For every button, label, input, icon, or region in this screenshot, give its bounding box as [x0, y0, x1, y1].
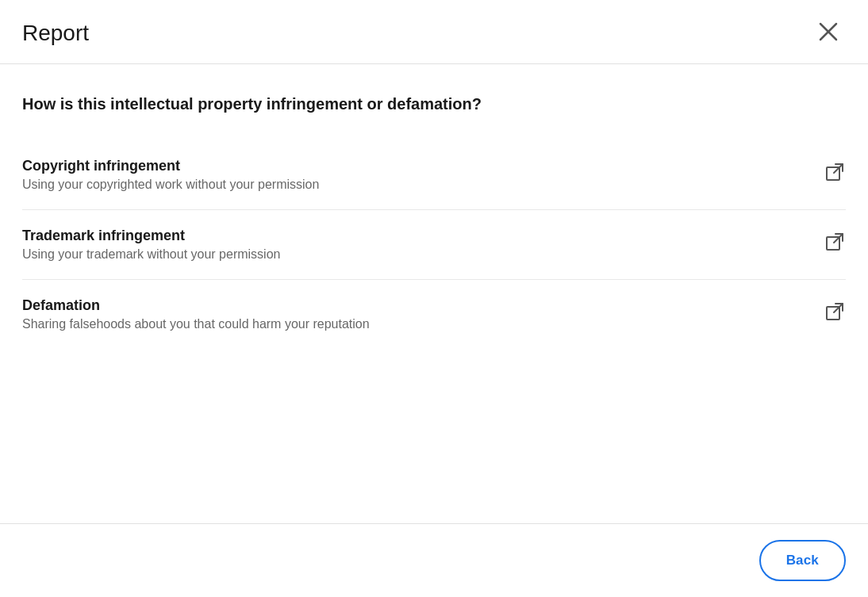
option-copyright-description: Using your copyrighted work without your…: [22, 178, 809, 192]
close-button[interactable]: [811, 17, 846, 49]
option-trademark-title: Trademark infringement: [22, 228, 809, 244]
option-copyright-title: Copyright infringement: [22, 158, 809, 174]
option-list: Copyright infringement Using your copyri…: [22, 140, 846, 349]
external-link-icon-trademark: [825, 232, 846, 258]
external-link-icon-defamation: [825, 302, 846, 327]
option-defamation-title: Defamation: [22, 297, 809, 314]
close-icon: [817, 21, 839, 43]
svg-line-5: [834, 234, 843, 243]
option-defamation-text: Defamation Sharing falsehoods about you …: [22, 297, 809, 331]
option-defamation-description: Sharing falsehoods about you that could …: [22, 317, 809, 331]
option-defamation[interactable]: Defamation Sharing falsehoods about you …: [22, 280, 846, 349]
svg-line-7: [834, 304, 843, 312]
external-link-icon-copyright: [825, 163, 846, 188]
dialog-footer: Back: [0, 523, 868, 597]
option-copyright[interactable]: Copyright infringement Using your copyri…: [22, 140, 846, 210]
option-trademark-text: Trademark infringement Using your tradem…: [22, 228, 809, 262]
dialog-header: Report: [0, 0, 868, 64]
dialog-content: How is this intellectual property infrin…: [0, 64, 868, 523]
option-trademark[interactable]: Trademark infringement Using your tradem…: [22, 210, 846, 280]
report-dialog: Report How is this intellectual property…: [0, 0, 868, 597]
option-trademark-description: Using your trademark without your permis…: [22, 247, 809, 262]
back-button[interactable]: Back: [759, 540, 846, 581]
dialog-title: Report: [22, 21, 89, 46]
option-copyright-text: Copyright infringement Using your copyri…: [22, 158, 809, 192]
section-question: How is this intellectual property infrin…: [22, 93, 846, 115]
svg-line-3: [834, 164, 843, 173]
